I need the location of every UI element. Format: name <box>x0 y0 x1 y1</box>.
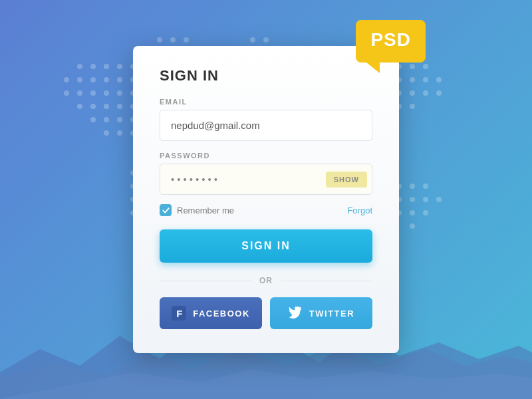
password-label: PASSWORD <box>160 152 372 160</box>
or-line-left <box>160 281 251 281</box>
remember-checkbox[interactable] <box>160 204 172 216</box>
show-password-button[interactable]: SHOW <box>326 172 367 188</box>
or-line-right <box>281 281 372 281</box>
psd-badge-label: PSD <box>370 29 411 50</box>
or-text: OR <box>259 276 273 285</box>
remember-label: Remember me <box>177 205 234 215</box>
email-label: EMAIL <box>160 98 372 106</box>
twitter-button-label: TWITTER <box>309 309 354 319</box>
remember-forgot-row: Remember me Forgot <box>160 204 372 216</box>
twitter-button[interactable]: TWITTER <box>270 297 372 329</box>
card-title: SIGN IN <box>160 67 372 84</box>
facebook-button[interactable]: f FACEBOOK <box>160 297 262 329</box>
forgot-link[interactable]: Forgot <box>347 205 372 215</box>
signin-card: SIGN IN EMAIL PASSWORD SHOW Remember me … <box>133 46 399 353</box>
remember-left: Remember me <box>160 204 234 216</box>
twitter-icon <box>288 306 303 321</box>
email-input[interactable] <box>160 110 372 141</box>
social-buttons-row: f FACEBOOK TWITTER <box>160 297 372 329</box>
facebook-button-label: FACEBOOK <box>193 309 250 319</box>
signin-button[interactable]: SIGN IN <box>160 229 372 263</box>
or-divider: OR <box>160 276 372 285</box>
psd-badge: PSD <box>356 20 426 63</box>
facebook-icon: f <box>172 306 186 321</box>
password-wrapper: SHOW <box>160 164 372 195</box>
